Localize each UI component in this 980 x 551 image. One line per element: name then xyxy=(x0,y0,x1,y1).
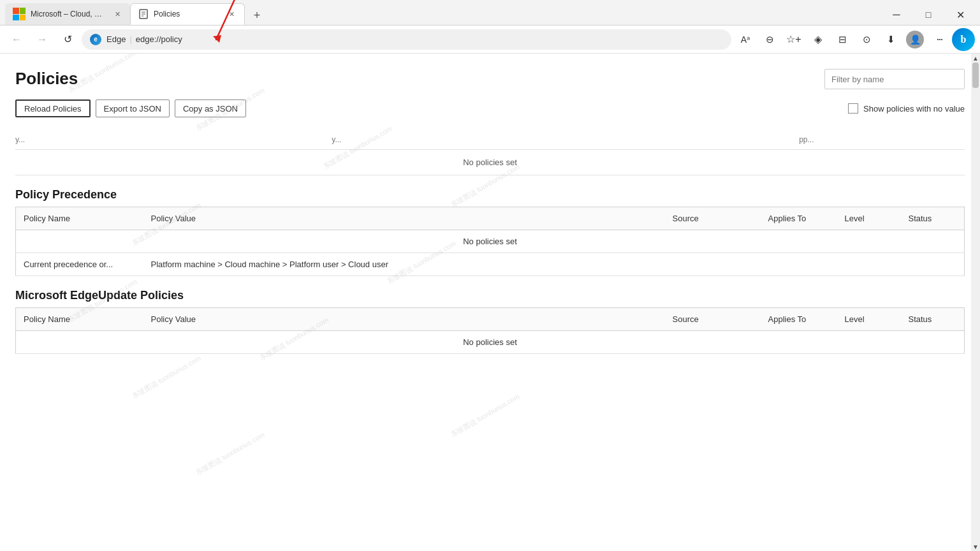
policy-precedence-table: Policy Name Policy Value Source Applies … xyxy=(15,207,965,276)
tab1-title: Microsoft – Cloud, Computers, A xyxy=(31,10,107,18)
tab1-close-btn[interactable]: ✕ xyxy=(112,9,122,19)
no-policies-text-1: No policies set xyxy=(463,158,517,167)
right-scrollbar[interactable]: ▲ ▼ xyxy=(971,54,980,551)
profile-avatar[interactable]: 👤 xyxy=(906,31,924,48)
th-level-1: Level xyxy=(837,207,901,230)
no-policies-row-1: No policies set xyxy=(15,150,965,175)
svg-marker-4 xyxy=(213,35,221,43)
history-btn[interactable]: ⊙ xyxy=(855,28,878,51)
tab-policies[interactable]: Policies ✕ xyxy=(130,3,245,25)
show-policies-wrap: Show policies with no value xyxy=(848,103,965,114)
reload-policies-btn[interactable]: Reload Policies xyxy=(15,99,91,117)
show-no-value-label: Show policies with no value xyxy=(863,104,965,114)
precedence-label: Current precedence or... xyxy=(16,253,143,276)
col-policy-name-scroll: y... xyxy=(15,135,332,144)
forward-btn[interactable]: → xyxy=(31,28,54,51)
scrollbar-down-btn[interactable]: ▼ xyxy=(971,542,980,551)
copy-json-btn[interactable]: Copy as JSON xyxy=(175,99,246,117)
split-screen-btn[interactable]: ⊟ xyxy=(831,28,854,51)
page-content: 东坡图说 tuonburius.com 东坡图说 tuonburius.com … xyxy=(0,54,980,551)
precedence-value: Platform machine > Cloud machine > Platf… xyxy=(143,253,965,276)
toolbar: ← → ↺ e Edge | edge://policy Aᵃ ⊖ ☆+ ◈ ⊟… xyxy=(0,26,980,54)
address-bar[interactable]: e Edge | edge://policy xyxy=(82,29,731,50)
page-title: Policies xyxy=(15,69,78,89)
no-policies-text-3: No policies set xyxy=(16,331,965,354)
minimize-btn[interactable]: ─ xyxy=(882,4,911,25)
th-applies-1: Applies To xyxy=(761,207,837,230)
col-policy-value-scroll: y... xyxy=(332,135,648,144)
show-no-value-checkbox[interactable] xyxy=(848,103,858,114)
table-row: No policies set xyxy=(16,230,965,253)
downloads-btn[interactable]: ⬇ xyxy=(879,28,902,51)
address-text: Edge | edge://policy xyxy=(106,34,182,44)
th-policy-name-1: Policy Name xyxy=(16,207,143,230)
tab-microsoft[interactable]: Microsoft – Cloud, Computers, A ✕ xyxy=(5,3,130,25)
tab2-title: Policies xyxy=(154,10,180,18)
precedence-row: Current precedence or... Platform machin… xyxy=(16,253,965,276)
filter-input[interactable] xyxy=(824,69,965,89)
back-btn[interactable]: ← xyxy=(5,28,28,51)
export-json-btn[interactable]: Export to JSON xyxy=(96,99,170,117)
actions-row: Reload Policies Export to JSON Copy as J… xyxy=(15,99,965,117)
th-policy-value-1: Policy Value xyxy=(143,207,665,230)
th-policy-name-2: Policy Name xyxy=(16,308,143,331)
maximize-btn[interactable]: □ xyxy=(914,4,943,25)
table-row: No policies set xyxy=(16,331,965,354)
zoom-btn[interactable]: ⊖ xyxy=(758,28,781,51)
edge-label: Edge xyxy=(106,34,126,44)
th-level-2: Level xyxy=(837,308,901,331)
th-applies-2: Applies To xyxy=(761,308,837,331)
th-status-1: Status xyxy=(901,207,965,230)
edgeupdate-policies-table: Policy Name Policy Value Source Applies … xyxy=(15,307,965,354)
th-policy-value-2: Policy Value xyxy=(143,308,665,331)
read-aloud-btn[interactable]: Aᵃ xyxy=(734,28,757,51)
new-tab-btn[interactable]: + xyxy=(247,6,267,25)
th-source-1: Source xyxy=(665,207,761,230)
no-policies-text-2: No policies set xyxy=(16,230,965,253)
scrollbar-thumb[interactable] xyxy=(972,62,979,88)
col-source-scroll: pp... xyxy=(648,135,965,144)
more-tools-btn[interactable]: ··· xyxy=(928,28,951,51)
th-source-2: Source xyxy=(665,308,761,331)
favorites-btn[interactable]: ☆+ xyxy=(782,28,805,51)
policy-precedence-title: Policy Precedence xyxy=(15,188,965,202)
address-url: edge://policy xyxy=(136,34,182,44)
close-btn[interactable]: ✕ xyxy=(946,4,975,25)
th-status-2: Status xyxy=(901,308,965,331)
ms-logo-icon xyxy=(13,8,26,20)
tab2-page-icon xyxy=(138,9,149,19)
toolbar-right: Aᵃ ⊖ ☆+ ◈ ⊟ ⊙ ⬇ 👤 ··· b xyxy=(734,28,975,51)
scrolled-off-row: y... y... pp... xyxy=(15,130,965,150)
scrollbar-up-btn[interactable]: ▲ xyxy=(971,54,980,62)
address-divider: | xyxy=(129,34,131,44)
page-header: Policies xyxy=(15,69,965,89)
reload-btn[interactable]: ↺ xyxy=(56,28,79,51)
browser-essentials-btn[interactable]: ◈ xyxy=(807,28,830,51)
edge-logo-icon: e xyxy=(90,34,101,45)
watermark-overlay: 东坡图说 tuonburius.com 东坡图说 tuonburius.com … xyxy=(0,54,980,551)
tab2-close-btn[interactable]: ✕ xyxy=(226,9,237,19)
tab-bar: Microsoft – Cloud, Computers, A ✕ Polici… xyxy=(0,0,980,26)
bing-copilot-btn[interactable]: b xyxy=(952,28,975,51)
edgeupdate-policies-title: Microsoft EdgeUpdate Policies xyxy=(15,289,965,302)
